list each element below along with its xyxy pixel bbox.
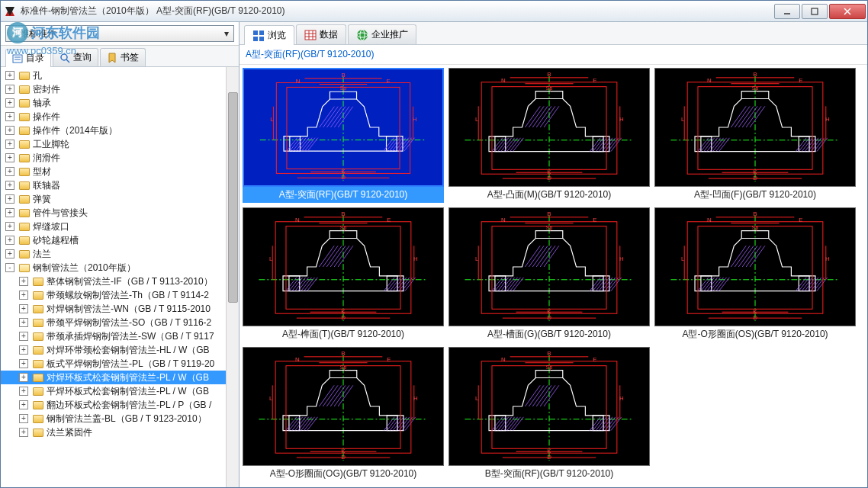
folder-icon [32, 427, 44, 438]
tree-row[interactable]: +法兰紧固件 [1, 425, 239, 439]
thumbnail-image: B D L H Sp E N K [243, 207, 444, 326]
tree-toggle-icon[interactable]: + [5, 236, 14, 245]
tree-scrollbar[interactable] [226, 67, 239, 487]
tree-toggle-icon[interactable]: + [19, 345, 28, 355]
tree-row[interactable]: +润滑件 [1, 151, 239, 165]
sidebar-tab-bookmark[interactable]: 书签 [100, 48, 146, 66]
tree-row[interactable]: +带颈承插焊钢制管法兰-SW（GB / T 9117 [1, 329, 239, 343]
tree-row[interactable]: +焊缝坡口 [1, 220, 239, 233]
tree-row[interactable]: +钢制管法兰盖-BL（GB / T 9123-2010） [1, 412, 239, 425]
thumbnail-item[interactable]: B D L H Sp E N K A型-凸面(M)(GB/T 9120-2010… [448, 68, 650, 203]
window-title: 标准件-钢制管法兰（2010年版） A型-突面(RF)(GB/T 9120-20… [21, 5, 774, 18]
tree-toggle-icon[interactable]: + [5, 194, 14, 204]
tree-row[interactable]: +操作件 [1, 110, 239, 124]
main-tab-grid[interactable]: 浏览 [244, 25, 294, 45]
svg-line-154 [289, 278, 300, 291]
tree-row[interactable]: +管件与管接头 [1, 206, 239, 220]
tree-row[interactable]: +砂轮越程槽 [1, 233, 239, 247]
tree-toggle-icon[interactable]: + [19, 277, 28, 286]
tree-toggle-icon[interactable]: + [19, 359, 28, 368]
svg-line-171 [326, 246, 342, 267]
tree-toggle-icon[interactable]: + [5, 167, 14, 176]
svg-line-341 [540, 385, 555, 406]
tree-row[interactable]: +翻边环板式松套钢制管法兰-PL / P（GB / [1, 398, 239, 412]
tree-row[interactable]: +密封件 [1, 82, 239, 96]
tree-toggle-icon[interactable]: + [19, 332, 28, 341]
tree-toggle-icon[interactable]: + [5, 153, 14, 162]
tree-row[interactable]: -钢制管法兰（2010年版） [1, 261, 239, 274]
tree-toggle-icon[interactable]: + [19, 400, 28, 409]
folder-icon [18, 180, 31, 191]
tree-row[interactable]: +平焊环板式松套钢制管法兰-PL / W（GB [1, 384, 239, 398]
tree-row[interactable]: +带颈螺纹钢制管法兰-Th（GB / T 9114-2 [1, 288, 239, 302]
thumbnail-item[interactable]: B D L H Sp E N K A型-凹面(F)(GB/T 9120-2010… [654, 68, 856, 203]
folder-icon [18, 249, 31, 259]
folder-icon [18, 221, 31, 232]
svg-line-44 [323, 107, 338, 127]
tree-row[interactable]: +板式平焊钢制管法兰-PL（GB / T 9119-20 [1, 357, 239, 371]
folder-icon [18, 152, 31, 163]
svg-text:Sp: Sp [340, 225, 347, 231]
folder-icon [32, 400, 44, 410]
cad-drawing: B D L H Sp E N K [655, 208, 855, 326]
svg-text:K: K [753, 169, 757, 175]
tree-toggle-icon[interactable]: + [5, 222, 14, 231]
tree-toggle-icon[interactable]: + [5, 208, 14, 217]
maximize-button[interactable] [802, 4, 828, 19]
tree-toggle-icon[interactable]: + [5, 71, 14, 80]
tree-row[interactable]: +对焊环板式松套钢制管法兰-PL / W（GB [1, 371, 239, 384]
folder-icon [32, 276, 44, 287]
tree-row[interactable]: +整体钢制管法兰-IF（GB / T 9113-2010） [1, 274, 239, 288]
tree-toggle-icon[interactable]: + [19, 304, 28, 313]
thumbnail-item[interactable]: B D L H Sp E N K A型-O形圈面(OS)(GB/T 9120-2… [654, 207, 856, 342]
thumbnail-item[interactable]: B D L H Sp E N K A型-O形圈面(OG)(GB/T 9120-2… [243, 347, 444, 482]
tree-toggle-icon[interactable]: + [19, 387, 28, 396]
svg-text:D: D [753, 175, 757, 181]
scrollbar-thumb[interactable] [228, 92, 238, 303]
thumbnail-item[interactable]: B D L H Sp E N K A型-榫面(T)(GB/T 9120-2010… [243, 207, 444, 342]
sidebar-tab-label: 目录 [26, 52, 44, 65]
tree-toggle-icon[interactable]: + [19, 428, 28, 437]
tree-label: 管件与管接头 [33, 207, 88, 220]
tree-row[interactable]: +孔 [1, 69, 239, 82]
tree-row[interactable]: +型材 [1, 165, 239, 178]
svg-line-245 [796, 278, 806, 291]
tree-row[interactable]: +工业脚轮 [1, 137, 239, 151]
svg-text:H: H [619, 395, 624, 402]
tree-row[interactable]: +对焊钢制管法兰-WN（GB / T 9115-2010 [1, 302, 239, 316]
tree-row[interactable]: +操作件（2014年版） [1, 124, 239, 137]
thumbnail-item[interactable]: B D L H Sp E N K A型-突面(RF)(GB/T 9120-201… [243, 68, 444, 203]
tree-toggle-icon[interactable]: + [5, 249, 14, 258]
tree-row[interactable]: +弹簧 [1, 192, 239, 206]
tree-toggle-icon[interactable]: + [5, 112, 14, 121]
tree-row[interactable]: +对焊环带颈松套钢制管法兰-HL / W（GB [1, 343, 239, 357]
tree-toggle-icon[interactable]: + [5, 85, 14, 94]
tree-toggle-icon[interactable]: + [19, 414, 28, 423]
tree-toggle-icon[interactable]: + [5, 126, 14, 135]
tree-row[interactable]: +联轴器 [1, 178, 239, 192]
tree-toggle-icon[interactable]: + [19, 318, 28, 327]
thumbnail-item[interactable]: B D L H Sp E N K B型-突面(RF)(GB/T 9120-201… [448, 347, 650, 482]
svg-line-86 [529, 106, 544, 127]
tree[interactable]: +孔+密封件+轴承+操作件+操作件（2014年版）+工业脚轮+润滑件+型材+联轴… [1, 67, 239, 487]
tree-row[interactable]: +轴承 [1, 96, 239, 110]
tree-toggle-icon[interactable]: + [5, 140, 14, 149]
tree-toggle-icon[interactable]: + [19, 373, 28, 382]
sidebar-tab-catalog[interactable]: 目录 [5, 49, 51, 67]
thumbnail-caption: B型-突面(RF)(GB/T 9120-2010) [448, 466, 650, 482]
main-tab-table[interactable]: 数据 [296, 24, 346, 44]
category-select[interactable]: 三维标准件 [5, 25, 234, 42]
main-tab-globe[interactable]: 企业推广 [348, 24, 416, 44]
tree-toggle-icon[interactable]: + [5, 98, 14, 108]
minimize-button[interactable] [774, 4, 800, 19]
svg-line-300 [338, 385, 353, 406]
tree-toggle-icon[interactable]: + [19, 291, 28, 300]
tree-row[interactable]: +法兰 [1, 247, 239, 261]
tree-row[interactable]: +带颈平焊钢制管法兰-SO（GB / T 9116-2 [1, 316, 239, 329]
svg-text:L: L [681, 116, 685, 123]
close-button[interactable] [829, 4, 866, 19]
thumbnail-item[interactable]: B D L H Sp E N K A型-槽面(G)(GB/T 9120-2010… [448, 207, 650, 342]
sidebar-tab-search[interactable]: 查询 [53, 48, 98, 66]
tree-toggle-icon[interactable]: + [5, 181, 14, 190]
tree-toggle-icon[interactable]: - [5, 263, 14, 272]
